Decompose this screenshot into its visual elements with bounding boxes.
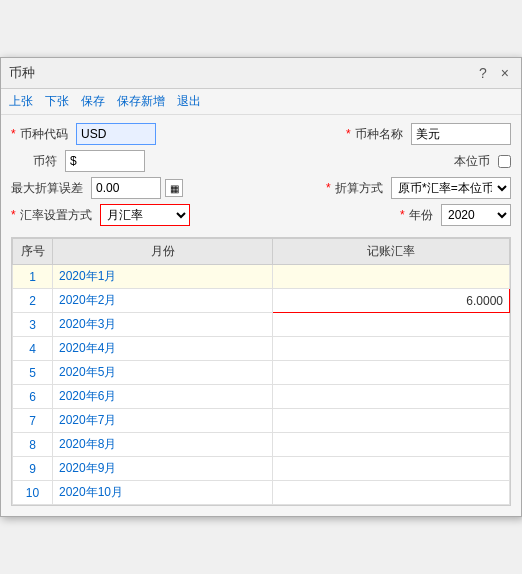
toolbar-btn-下张[interactable]: 下张 [45,93,69,110]
cell-rate[interactable] [273,433,510,457]
cell-rate[interactable]: 6.0000 [273,289,510,313]
cell-seq: 6 [13,385,53,409]
currency-code-input[interactable] [76,123,156,145]
close-button[interactable]: × [497,65,513,81]
cell-month: 2020年9月 [53,457,273,481]
cell-month: 2020年7月 [53,409,273,433]
cell-seq: 3 [13,313,53,337]
cell-month: 2020年5月 [53,361,273,385]
col-month: 月份 [53,239,273,265]
col-rate: 记账汇率 [273,239,510,265]
cell-month: 2020年4月 [53,337,273,361]
year-select[interactable]: 2020 [441,204,511,226]
max-discount-input[interactable] [91,177,161,199]
title-bar-controls: ? × [475,65,513,81]
table-row[interactable]: 72020年7月 [13,409,510,433]
cell-month: 2020年8月 [53,433,273,457]
year-label: * 年份 [400,207,433,224]
cell-rate[interactable] [273,313,510,337]
rate-table-scroll[interactable]: 序号 月份 记账汇率 12020年1月22020年2月6.000032020年3… [12,238,510,505]
symbol-input[interactable] [65,150,145,172]
cell-seq: 4 [13,337,53,361]
toolbar-btn-保存新增[interactable]: 保存新增 [117,93,165,110]
currency-name-input[interactable] [411,123,511,145]
cell-month: 2020年6月 [53,385,273,409]
window-title: 币种 [9,64,35,82]
rate-table-container: 序号 月份 记账汇率 12020年1月22020年2月6.000032020年3… [11,237,511,506]
form-row-2: 币符 本位币 [11,150,511,172]
cell-rate[interactable] [273,457,510,481]
symbol-label: 币符 [33,153,57,170]
local-currency-label: 本位币 [454,153,490,170]
cell-month: 2020年2月 [53,289,273,313]
help-button[interactable]: ? [475,65,491,81]
rate-setting-select[interactable]: 月汇率 [100,204,190,226]
table-row[interactable]: 12020年1月 [13,265,510,289]
discount-method-label: * 折算方式 [326,180,383,197]
cell-month: 2020年3月 [53,313,273,337]
table-row[interactable]: 52020年5月 [13,361,510,385]
local-currency-checkbox[interactable] [498,155,511,168]
col-seq: 序号 [13,239,53,265]
cell-seq: 8 [13,433,53,457]
toolbar-btn-保存[interactable]: 保存 [81,93,105,110]
cell-month: 2020年1月 [53,265,273,289]
cell-seq: 9 [13,457,53,481]
cell-rate[interactable] [273,337,510,361]
currency-code-label: * 币种代码 [11,126,68,143]
cell-seq: 5 [13,361,53,385]
cell-month: 2020年10月 [53,481,273,505]
main-window: 币种 ? × 上张下张保存保存新增退出 * 币种代码 * 币种名称 币符 本位币 [0,57,522,517]
cell-rate[interactable] [273,385,510,409]
cell-seq: 7 [13,409,53,433]
currency-name-label: * 币种名称 [346,126,403,143]
cell-rate[interactable] [273,361,510,385]
form-row-1: * 币种代码 * 币种名称 [11,123,511,145]
table-row[interactable]: 92020年9月 [13,457,510,481]
cell-seq: 2 [13,289,53,313]
calculator-icon[interactable]: ▦ [165,179,183,197]
rate-setting-label: * 汇率设置方式 [11,207,92,224]
form-row-4: * 汇率设置方式 月汇率 * 年份 2020 [11,204,511,226]
cell-seq: 1 [13,265,53,289]
cell-seq: 10 [13,481,53,505]
discount-method-select[interactable]: 原币*汇率=本位币 [391,177,511,199]
max-discount-label: 最大折算误差 [11,180,83,197]
table-row[interactable]: 82020年8月 [13,433,510,457]
table-row[interactable]: 62020年6月 [13,385,510,409]
toolbar-btn-上张[interactable]: 上张 [9,93,33,110]
cell-rate[interactable] [273,265,510,289]
table-row[interactable]: 22020年2月6.0000 [13,289,510,313]
table-row[interactable]: 32020年3月 [13,313,510,337]
toolbar: 上张下张保存保存新增退出 [1,89,521,115]
form-area: * 币种代码 * 币种名称 币符 本位币 最大折算误差 ▦ * 折算方式 [1,115,521,237]
form-row-3: 最大折算误差 ▦ * 折算方式 原币*汇率=本位币 [11,177,511,199]
cell-rate[interactable] [273,409,510,433]
table-row[interactable]: 42020年4月 [13,337,510,361]
table-row[interactable]: 102020年10月 [13,481,510,505]
toolbar-btn-退出[interactable]: 退出 [177,93,201,110]
title-bar: 币种 ? × [1,58,521,89]
cell-rate[interactable] [273,481,510,505]
rate-table: 序号 月份 记账汇率 12020年1月22020年2月6.000032020年3… [12,238,510,505]
